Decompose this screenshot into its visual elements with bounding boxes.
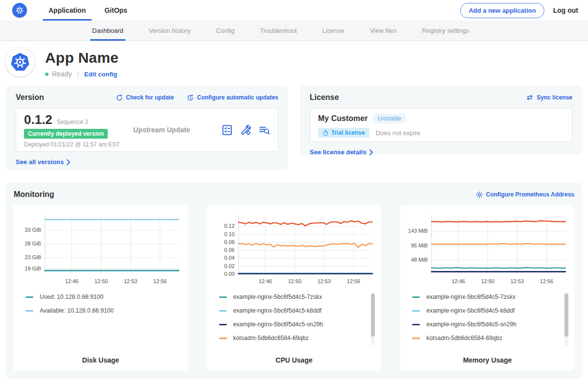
svg-text:19 GiB: 19 GiB xyxy=(24,266,41,271)
license-panel: My Customer Unstable Trial license Does … xyxy=(310,108,572,142)
cpu-usage-legend: example-nginx-5bc6f5d4c5-7zskxexample-ng… xyxy=(212,292,376,351)
legend-scrollbar[interactable] xyxy=(564,292,568,345)
svg-text:12:50: 12:50 xyxy=(481,278,494,284)
legend-label: Available: 10.128.0.66:9100 xyxy=(40,307,114,314)
sync-license-link[interactable]: Sync license xyxy=(526,94,572,101)
sync-arrows-icon xyxy=(526,94,534,101)
gear-icon xyxy=(476,191,483,198)
subnav-tab-version-history[interactable]: Version history xyxy=(136,21,203,41)
svg-text:12:46: 12:46 xyxy=(65,278,78,284)
subnav-tab-config[interactable]: Config xyxy=(203,21,247,41)
nav-logo-wrap xyxy=(12,0,27,21)
svg-text:0.02: 0.02 xyxy=(224,263,234,269)
divider: | xyxy=(77,70,79,78)
channel-badge: Unstable xyxy=(373,114,405,123)
legend-label: example-nginx-5bc6f5d4c5-7zskx xyxy=(233,293,322,300)
subnav-tab-view-files[interactable]: View files xyxy=(357,21,410,41)
chevron-right-icon xyxy=(66,159,71,165)
check-for-update-link[interactable]: Check for update xyxy=(116,94,174,101)
legend-label: example-nginx-5bc6f5d4c5-sn29h xyxy=(426,321,516,328)
svg-text:0.08: 0.08 xyxy=(224,239,234,245)
legend-label: example-nginx-5bc6f5d4c5-sn29h xyxy=(233,321,323,328)
legend-label: example-nginx-5bc6f5d4c5-k8ddf xyxy=(426,307,514,314)
currently-deployed-badge: Currently deployed version xyxy=(24,129,108,139)
svg-text:23 GiB: 23 GiB xyxy=(24,254,41,260)
chevron-right-icon xyxy=(369,149,373,155)
nav-tab-gitops[interactable]: GitOps xyxy=(98,0,133,21)
cpu-usage-chart: 0.120.100.080.060.040.020.0012:4612:5012… xyxy=(212,211,376,288)
subnav-tab-dashboard[interactable]: Dashboard xyxy=(79,21,136,41)
configure-automatic-updates-link[interactable]: Configure automatic updates xyxy=(187,94,278,101)
legend-swatch xyxy=(219,338,227,339)
summary-cards-row: Version Check for update Configure au xyxy=(0,86,588,170)
cpu-usage-chart-title: CPU Usage xyxy=(212,356,376,364)
legend-item: Used: 10.128.0.66:9100 xyxy=(25,293,173,300)
memory-usage-chart-title: Memory Usage xyxy=(405,356,569,364)
memory-usage-chart: 143 MiB95 MiB48 MiB12:4612:5012:5312:56 xyxy=(405,211,569,288)
view-deploy-logs-button[interactable] xyxy=(259,124,270,136)
subnav-tab-license[interactable]: License xyxy=(310,21,357,41)
legend-item: example-nginx-5bc6f5d4c5-7zskx xyxy=(219,293,367,300)
svg-text:12:56: 12:56 xyxy=(540,278,553,284)
configure-prometheus-link[interactable]: Configure Prometheus Address xyxy=(476,191,574,198)
svg-text:33 GiB: 33 GiB xyxy=(24,227,41,233)
legend-item: example-nginx-5bc6f5d4c5-sn29h xyxy=(412,321,560,328)
see-license-details-link[interactable]: See license details xyxy=(310,148,373,156)
version-card-title: Version xyxy=(16,93,44,102)
svg-text:0.04: 0.04 xyxy=(224,255,234,261)
disk-usage-chart: 33 GiB28 GiB23 GiB19 GiB12:4612:5012:531… xyxy=(19,211,183,288)
preflight-checks-button[interactable] xyxy=(221,124,233,136)
top-nav: ApplicationGitOps Add a new application … xyxy=(0,0,588,21)
svg-text:12:56: 12:56 xyxy=(346,278,360,284)
svg-text:12:53: 12:53 xyxy=(124,278,137,284)
see-all-versions-link[interactable]: See all versions xyxy=(16,158,71,166)
logout-button[interactable]: Log out xyxy=(553,6,578,14)
nav-tab-application[interactable]: Application xyxy=(43,0,92,21)
legend-swatch xyxy=(412,296,420,298)
svg-text:12:46: 12:46 xyxy=(258,278,271,284)
legend-item: example-nginx-5bc6f5d4c5-k8ddf xyxy=(219,307,367,314)
legend-swatch xyxy=(412,338,420,339)
edit-config-button[interactable] xyxy=(240,124,251,136)
add-application-button[interactable]: Add a new application xyxy=(460,3,544,18)
version-number: 0.1.2 xyxy=(24,112,52,127)
scrollbar-thumb[interactable] xyxy=(371,293,375,337)
chart-card-disk-usage: 33 GiB28 GiB23 GiB19 GiB12:4612:5012:531… xyxy=(14,205,188,371)
legend-label: kotsadm-5db6dc6584-69qbz xyxy=(233,335,309,341)
svg-text:12:53: 12:53 xyxy=(511,278,524,284)
svg-text:0.06: 0.06 xyxy=(224,247,234,253)
checklist-icon xyxy=(221,124,233,136)
stopwatch-icon xyxy=(322,130,329,136)
svg-text:48 MiB: 48 MiB xyxy=(411,257,428,263)
primary-nav-tabs: ApplicationGitOps xyxy=(43,0,140,21)
status-dot xyxy=(45,73,49,76)
subnav-tab-troubleshoot[interactable]: Troubleshoot xyxy=(247,21,309,41)
version-card: Version Check for update Configure au xyxy=(6,86,288,170)
legend-swatch xyxy=(25,296,33,298)
license-expiry: Does not expire xyxy=(376,129,420,137)
subnav-tab-registry-settings[interactable]: Registry settings xyxy=(409,21,482,41)
legend-scrollbar[interactable] xyxy=(371,292,375,345)
legend-swatch xyxy=(219,296,227,298)
legend-item: example-nginx-5bc6f5d4c5-k8ddf xyxy=(412,307,560,314)
disk-usage-legend: Used: 10.128.0.66:9100Available: 10.128.… xyxy=(19,292,183,351)
monitoring-card: Monitoring Configure Prometheus Address … xyxy=(6,183,582,379)
logs-search-icon xyxy=(259,124,270,136)
current-version-panel: 0.1.2 Sequence 2 Currently deployed vers… xyxy=(16,108,278,152)
app-avatar xyxy=(6,48,34,76)
svg-text:12:56: 12:56 xyxy=(153,278,167,284)
svg-text:95 MiB: 95 MiB xyxy=(411,243,428,248)
wrench-gear-icon xyxy=(240,124,251,136)
deployed-timestamp: Deployed 01/21/22 @ 11:57 am EST xyxy=(24,141,124,148)
svg-text:12:50: 12:50 xyxy=(95,278,108,284)
scrollbar-thumb[interactable] xyxy=(564,293,568,337)
svg-text:28 GiB: 28 GiB xyxy=(24,241,41,246)
legend-item: example-nginx-5bc6f5d4c5-7zskx xyxy=(412,293,560,300)
edit-config-link[interactable]: Edit config xyxy=(84,71,117,78)
svg-text:12:50: 12:50 xyxy=(288,278,301,284)
svg-text:12:53: 12:53 xyxy=(317,278,330,284)
legend-swatch xyxy=(412,310,420,312)
nav-spacer xyxy=(140,0,461,21)
chart-card-memory-usage: 143 MiB95 MiB48 MiB12:4612:5012:5312:56e… xyxy=(400,205,574,371)
status-text: Ready xyxy=(52,70,72,78)
